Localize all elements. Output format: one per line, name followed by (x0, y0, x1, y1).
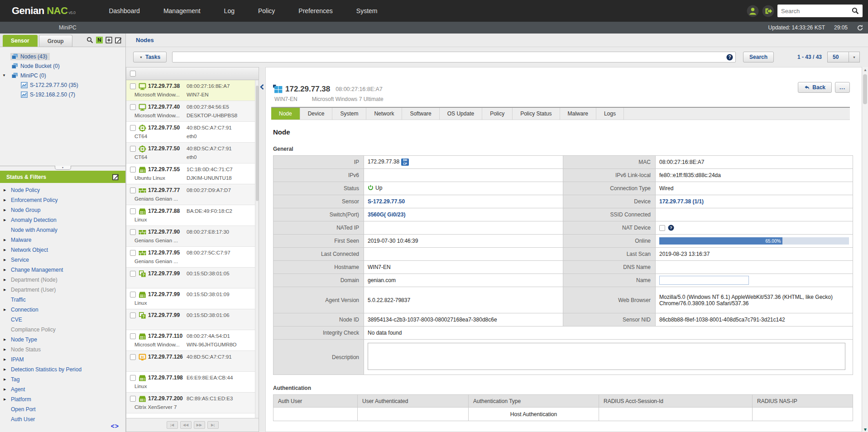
edit-icon[interactable] (115, 37, 122, 43)
app-logo[interactable]: Genian NACv5.0 (12, 5, 75, 17)
tree-item-minipc-0[interactable]: ▼MiniPC (0) (0, 71, 125, 80)
node-row-172-29-77-126-13[interactable]: H172.29.77.12640:8D:5C:A7:C7:91 (126, 351, 259, 372)
link-switch-port[interactable]: 3560G( Gi0/23) (368, 211, 405, 218)
filter-item-node-type[interactable]: ▶Node Type (0, 335, 125, 345)
filter-item-auth-user[interactable]: Auth User (0, 414, 125, 424)
row-checkbox[interactable] (130, 187, 136, 193)
pager-last-button[interactable]: ▶| (207, 421, 219, 429)
node-row-172-29-77-95-8[interactable]: 172.29.77.9508:00:27:5C:C7:97Genians Gen… (126, 247, 259, 268)
tab-node[interactable]: Node (271, 108, 300, 120)
row-checkbox[interactable] (130, 167, 136, 173)
filter-item-tag[interactable]: ▶Tag (0, 374, 125, 384)
search-icon[interactable] (852, 7, 859, 14)
node-row-172-29-77-90-7[interactable]: 172.29.77.9008:00:27:E8:17:30Genians Gen… (126, 226, 259, 247)
nav-policy[interactable]: Policy (246, 0, 287, 22)
description-textarea[interactable] (368, 343, 845, 370)
tab-logs[interactable]: Logs (596, 108, 624, 120)
node-row-172-29-77-40-1[interactable]: 172.29.77.4008:00:27:84:56:E5Microsoft W… (126, 101, 259, 122)
filter-item-platform[interactable]: ▶Platform (0, 394, 125, 404)
node-filter-input[interactable] (173, 54, 735, 60)
filter-item-change-management[interactable]: ▶Change Management (0, 265, 125, 275)
tab-network[interactable]: Network (366, 108, 402, 120)
filter-item-compliance-policy[interactable]: Compliance Policy (0, 325, 125, 335)
add-icon[interactable] (106, 37, 112, 43)
tasks-button[interactable]: ▼Tasks (133, 52, 167, 62)
row-checkbox[interactable] (130, 312, 136, 318)
refresh-icon[interactable] (857, 24, 863, 31)
tree-item-s-192-168-2-50-7[interactable]: S-192.168.2.50 (7) (0, 90, 125, 99)
help-icon[interactable]: ? (726, 54, 733, 61)
row-checkbox[interactable] (130, 333, 136, 339)
row-checkbox[interactable] (130, 229, 136, 235)
tab-group[interactable]: Group (39, 35, 72, 47)
link-sensor[interactable]: S-172.29.77.50 (368, 198, 405, 205)
sidebar-width-toggle[interactable]: <> (111, 422, 119, 430)
scrollbar-thumb[interactable] (863, 74, 867, 104)
pager-next-button[interactable]: ▶▶ (194, 421, 205, 429)
node-row-172-29-77-200-15[interactable]: 172.29.77.2008C:89:A5:C1:ED:E3Citrix Xen… (126, 393, 259, 413)
scroll-down-icon[interactable]: ▼ (862, 427, 868, 432)
row-checkbox[interactable] (130, 292, 136, 298)
back-button[interactable]: Back (798, 82, 832, 93)
tab-policy[interactable]: Policy (482, 108, 513, 120)
filter-item-department-user[interactable]: ▶Department (User) (0, 285, 125, 295)
tab-os-update[interactable]: OS Update (440, 108, 482, 120)
filter-item-network-object[interactable]: ▶Network Object (0, 245, 125, 255)
sidebar-collapse-handle[interactable]: ▾ (55, 166, 71, 170)
select-all-checkbox[interactable] (130, 71, 136, 77)
nav-system[interactable]: System (345, 0, 389, 22)
page-size-select[interactable]: 50 ▼ (827, 52, 860, 62)
filter-item-node-policy[interactable]: ▶Node Policy (0, 185, 125, 195)
tab-malware[interactable]: Malware (560, 108, 596, 120)
node-row-172-29-77-50-2[interactable]: 172.29.77.5040:8D:5C:A7:C7:91CT64eth0 (126, 122, 259, 143)
node-row-172-29-77-77-5[interactable]: 172.29.77.7708:00:27:D9:A7:D7Genians Gen… (126, 184, 259, 205)
filter-item-agent[interactable]: ▶Agent (0, 384, 125, 394)
pager-prev-button[interactable]: ◀◀ (180, 421, 192, 429)
more-actions-button[interactable]: ... (835, 82, 850, 93)
node-row-172-29-77-110-12[interactable]: 172.29.77.11008:00:27:4A:54:D1Microsoft … (126, 330, 259, 351)
filter-item-node-status[interactable]: ▶Node Status (0, 345, 125, 355)
filter-item-connection[interactable]: ▶Connection (0, 305, 125, 315)
row-checkbox[interactable] (130, 250, 136, 256)
row-checkbox[interactable] (130, 83, 136, 89)
row-checkbox[interactable] (130, 208, 136, 214)
node-row-172-29-77-99-10[interactable]: 172.29.77.9900:15:5D:38:01:09Linux (126, 288, 259, 309)
search-button[interactable]: Search (743, 52, 774, 62)
user-icon[interactable] (747, 5, 759, 17)
tree-search-icon[interactable] (86, 37, 93, 43)
tab-policy-status[interactable]: Policy Status (513, 108, 560, 120)
detail-scrollbar[interactable]: ▲ ▼ (862, 67, 868, 432)
tab-system[interactable]: System (332, 108, 366, 120)
node-list-scrollbar[interactable] (255, 80, 259, 418)
scrollbar-thumb[interactable] (256, 86, 259, 201)
global-search-input[interactable] (781, 8, 852, 14)
filter-item-ipam[interactable]: ▶IPAM (0, 355, 125, 365)
name-input[interactable] (659, 276, 749, 285)
filter-item-detection-statistics-by-period[interactable]: ▶Detection Statistics by Period (0, 365, 125, 374)
nav-preferences[interactable]: Preferences (287, 0, 344, 22)
row-checkbox[interactable] (130, 354, 136, 360)
filter-item-traffic[interactable]: Traffic (0, 295, 125, 305)
row-checkbox[interactable] (130, 104, 136, 110)
new-badge-icon[interactable]: N (96, 37, 103, 43)
node-row-172-29-77-99-9[interactable]: ?172.29.77.9900:15:5D:38:01:05 (126, 268, 259, 288)
filter-item-open-port[interactable]: Open Port (0, 404, 125, 414)
tree-expander-icon[interactable]: ▼ (2, 73, 6, 77)
nav-dashboard[interactable]: Dashboard (97, 0, 152, 22)
filter-item-cve[interactable]: CVE (0, 315, 125, 325)
filter-item-malware[interactable]: ▶Malware (0, 235, 125, 245)
tree-item-node-bucket-0[interactable]: Node Bucket (0) (0, 61, 125, 71)
filter-item-department-node[interactable]: ▶Department (Node) (0, 275, 125, 285)
scroll-up-icon[interactable]: ▲ (862, 68, 868, 72)
node-row-172-29-77-88-6[interactable]: 172.29.77.88BA:DE:49:F0:18:C2Linux (126, 205, 259, 226)
nat-device-checkbox[interactable] (659, 225, 665, 231)
tab-sensor[interactable]: Sensor (3, 35, 38, 47)
help-icon[interactable]: ? (668, 225, 674, 231)
filter-item-node-group[interactable]: ▶Node Group (0, 205, 125, 215)
filter-item-service[interactable]: ▶Service (0, 255, 125, 265)
filter-item-anomaly-detection[interactable]: ▶Anomaly Detection (0, 215, 125, 225)
pager-first-button[interactable]: |◀ (167, 421, 178, 429)
nav-log[interactable]: Log (212, 0, 246, 22)
filter-item-enforcement-policy[interactable]: ▶Enforcement Policy (0, 195, 125, 205)
nav-management[interactable]: Management (152, 0, 212, 22)
